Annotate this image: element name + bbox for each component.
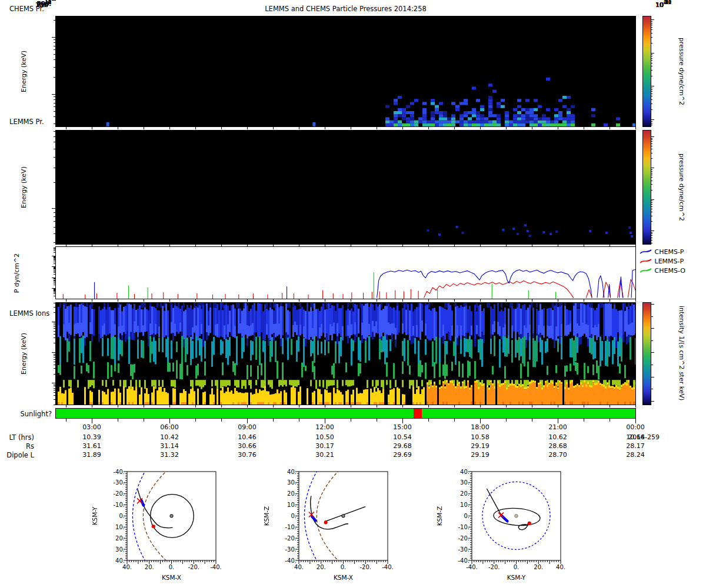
tick-mark <box>54 123 56 124</box>
hour-tick <box>247 127 248 129</box>
orbit-x-tick-label: 40. <box>556 564 565 570</box>
hour-tick <box>247 405 248 407</box>
hour-tick <box>299 405 299 407</box>
hour-tick <box>584 418 584 422</box>
time-label: 00:00 <box>621 423 650 431</box>
orbit-y-tick-label: 20. <box>460 490 469 497</box>
colorbar-unit-label-1: pressure dyne/cm^2 <box>678 16 685 126</box>
tick-mark <box>54 280 56 280</box>
tick-mark <box>52 208 56 209</box>
tick-mark <box>54 388 56 389</box>
hour-tick <box>351 299 351 302</box>
tick-mark <box>54 227 56 228</box>
tick-mark <box>54 216 56 217</box>
hour-tick <box>584 299 584 302</box>
ephem-value: 10.42 <box>152 433 187 441</box>
tick-mark <box>52 352 56 353</box>
tick-mark <box>54 365 56 365</box>
tick-mark <box>651 103 652 104</box>
hour-tick <box>66 405 66 407</box>
hour-tick <box>92 418 92 423</box>
tick-mark <box>54 331 56 332</box>
hour-tick <box>325 418 325 423</box>
hour-tick <box>273 245 274 247</box>
tick-mark <box>651 209 652 209</box>
hour-tick <box>454 405 455 407</box>
orbit-plot-3: 40.30.20.10.0.-10.-20.-30.-40.-40.-20.0.… <box>434 465 575 588</box>
hour-tick <box>610 299 610 302</box>
hour-tick <box>532 299 532 302</box>
hour-tick <box>351 418 351 422</box>
hour-tick <box>480 405 481 407</box>
tick-mark <box>651 232 652 233</box>
tick-mark <box>52 322 56 322</box>
orbit-y-tick-label: -40. <box>458 557 469 564</box>
tick-mark <box>651 168 654 168</box>
time-label: 21:00 <box>543 423 572 431</box>
orbit-x-tick-label: 20. <box>145 564 154 570</box>
tick-mark <box>651 216 652 216</box>
panel-label-lemms-ions: LEMMS Ions <box>9 309 49 318</box>
tick-mark <box>651 365 653 365</box>
tick-mark <box>54 328 56 329</box>
lemms-ions-panel <box>55 302 636 405</box>
tick-mark <box>54 268 56 268</box>
tick-mark <box>54 131 56 132</box>
hour-tick <box>299 127 299 129</box>
legend-label-chems-o: CHEMS-O <box>655 267 685 275</box>
tick-mark <box>54 290 56 291</box>
orbit-x-tick-label: -40. <box>210 564 222 570</box>
tick-mark <box>54 233 56 234</box>
tick-mark <box>54 292 56 293</box>
eclipse-segment <box>414 409 422 418</box>
ephem-value: 10.58 <box>462 433 498 441</box>
hour-tick <box>247 418 248 423</box>
hour-tick <box>506 418 507 422</box>
tick-mark <box>54 49 56 50</box>
hour-tick <box>635 405 636 407</box>
ephem-value: 31.14 <box>152 442 187 450</box>
ephem-value: 31.32 <box>152 451 187 459</box>
hour-tick <box>325 127 325 129</box>
tick-mark <box>54 256 56 257</box>
tick-mark <box>54 270 56 270</box>
legend-item-lemms-p: LEMMS-P <box>640 258 684 265</box>
ephem-value: 30.66 <box>229 442 265 450</box>
tick-mark <box>54 291 56 292</box>
tick-mark <box>651 139 652 140</box>
hour-tick <box>402 299 403 302</box>
tick-mark <box>52 266 56 267</box>
tick-mark <box>54 355 56 356</box>
hour-tick <box>532 405 532 407</box>
y-tick-label: 102 <box>19 0 51 9</box>
ephem-value: 10.66 <box>618 433 653 441</box>
ephem-value: 10.54 <box>385 433 420 441</box>
tick-mark <box>54 271 56 272</box>
tick-mark <box>651 119 654 120</box>
hour-tick <box>610 127 610 129</box>
panel-label-lemms-pressure: LEMMS Pr. <box>9 118 44 126</box>
hour-tick <box>144 245 144 247</box>
ephem-value: 10.46 <box>229 433 265 441</box>
orbit-y-tick-label: 0. <box>464 513 469 519</box>
y-axis-label-p3: P dyn/cm^2 <box>13 241 21 306</box>
ephem-value: 28.70 <box>540 451 575 459</box>
hour-tick <box>299 245 299 247</box>
tick-mark <box>54 258 56 259</box>
hour-tick <box>325 245 325 247</box>
tick-mark <box>54 248 56 248</box>
tick-mark <box>54 263 56 264</box>
hour-tick <box>610 405 610 407</box>
tick-mark <box>651 190 652 191</box>
tick-mark <box>651 70 652 71</box>
hour-tick <box>247 245 248 247</box>
hour-tick <box>584 245 584 247</box>
tick-mark <box>54 39 56 40</box>
tick-mark <box>54 280 56 281</box>
legend-line-lemms-p <box>640 258 652 265</box>
sunlight-bar <box>55 408 636 419</box>
ephem-value: 28.24 <box>618 451 653 459</box>
tick-mark <box>54 285 56 285</box>
ephem-value: 10.39 <box>74 433 109 441</box>
hour-tick <box>377 405 377 407</box>
